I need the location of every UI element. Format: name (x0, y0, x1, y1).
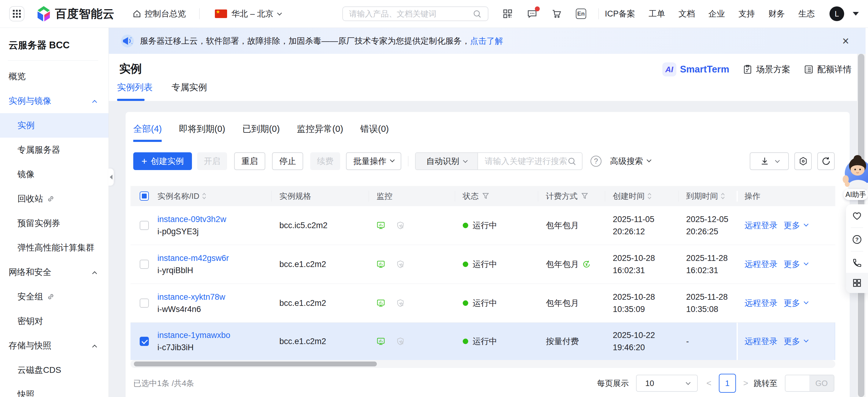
remote-login-link[interactable]: 远程登录 (745, 259, 778, 270)
widgets-button[interactable] (846, 273, 868, 293)
stop-button[interactable]: 停止 (272, 152, 303, 170)
remote-login-link[interactable]: 远程登录 (745, 297, 778, 309)
security-scan-icon[interactable] (396, 299, 405, 307)
security-scan-icon[interactable] (396, 337, 405, 346)
horizontal-scrollbar[interactable] (130, 360, 835, 368)
messages-button[interactable] (527, 8, 537, 19)
tab-instance-list[interactable]: 实例列表 (117, 81, 153, 101)
remote-login-link[interactable]: 远程登录 (745, 336, 778, 347)
security-scan-icon[interactable] (396, 260, 405, 268)
nav-link-ecosystem[interactable]: 生态 (798, 8, 815, 19)
favorites-button[interactable] (846, 204, 868, 228)
row-checkbox-checked[interactable] (140, 337, 149, 346)
restart-button[interactable]: 重启 (234, 152, 265, 170)
contact-button[interactable] (846, 251, 868, 275)
region-selector[interactable]: 华北 – 北京 (215, 8, 281, 19)
start-button[interactable]: 开启 (197, 152, 227, 170)
sidebar-item-images[interactable]: 镜像 (0, 162, 108, 187)
sort-icon[interactable] (202, 192, 207, 200)
more-actions-link[interactable]: 更多 (784, 220, 800, 231)
sidebar-group-storage-snapshot[interactable]: 存储与快照 (0, 333, 108, 358)
jump-go-button[interactable]: GO (809, 375, 834, 391)
export-button[interactable] (750, 152, 789, 170)
nav-link-tickets[interactable]: 工单 (649, 8, 665, 19)
language-button[interactable]: En (576, 8, 586, 19)
batch-actions-button[interactable]: 批量操作 (346, 152, 401, 170)
filter-tab-expiring[interactable]: 即将到期(0) (179, 123, 225, 142)
sidebar-item-key-pairs[interactable]: 密钥对 (0, 309, 108, 333)
next-page-button[interactable]: > (743, 378, 748, 388)
banner-close-icon[interactable]: × (842, 35, 849, 47)
horizontal-scrollbar-thumb[interactable] (134, 362, 377, 366)
sort-icon[interactable] (647, 192, 652, 200)
smartterm-button[interactable]: AI SmartTerm (662, 62, 729, 77)
filter-tab-expired[interactable]: 已到期(0) (242, 123, 280, 142)
more-actions-link[interactable]: 更多 (784, 336, 800, 347)
row-checkbox[interactable] (140, 299, 149, 308)
instance-name-link[interactable]: instance-m42gsw6r (157, 253, 229, 263)
sidebar-item-snapshots[interactable]: 快照 (0, 382, 108, 397)
monitor-chart-icon[interactable] (376, 299, 385, 307)
jump-page-input[interactable] (785, 375, 809, 391)
refresh-button[interactable] (817, 152, 835, 170)
nav-link-docs[interactable]: 文档 (679, 8, 695, 19)
row-checkbox[interactable] (140, 221, 149, 230)
user-avatar[interactable]: L (830, 6, 844, 21)
sidebar-group-network-security[interactable]: 网络和安全 (0, 260, 108, 284)
select-all-checkbox[interactable] (140, 192, 149, 201)
instance-name-link[interactable]: instance-xyktn78w (157, 292, 225, 302)
console-overview-link[interactable]: 控制台总览 (132, 8, 186, 19)
ai-assistant-avatar[interactable] (841, 150, 868, 190)
security-scan-icon[interactable] (396, 221, 405, 230)
remote-login-link[interactable]: 远程登录 (745, 220, 778, 231)
brand-logo[interactable]: 百度智能云 (37, 6, 115, 22)
nav-link-support[interactable]: 支持 (738, 8, 755, 19)
ai-assistant-label[interactable]: AI助手 (843, 189, 868, 200)
account-menu-caret[interactable] (853, 12, 859, 16)
nav-link-enterprise[interactable]: 企业 (709, 8, 725, 19)
table-settings-button[interactable] (794, 152, 812, 170)
sidebar-item-dedicated-servers[interactable]: 专属服务器 (0, 138, 108, 162)
row-checkbox[interactable] (140, 260, 149, 269)
sidebar-item-recycle-bin[interactable]: 回收站 (0, 187, 108, 211)
more-actions-link[interactable]: 更多 (784, 297, 800, 309)
monitor-chart-icon[interactable] (376, 260, 385, 268)
tab-dedicated-instances[interactable]: 专属实例 (172, 81, 207, 101)
sidebar-item-security-groups[interactable]: 安全组 (0, 284, 108, 309)
prev-page-button[interactable]: < (706, 378, 711, 388)
apps-menu-button[interactable] (9, 6, 25, 21)
advanced-search-button[interactable]: 高级搜索 (610, 156, 651, 167)
scenario-solutions-button[interactable]: 场景方案 (743, 64, 790, 75)
create-instance-button[interactable]: +创建实例 (133, 152, 192, 170)
sidebar-item-cds-disks[interactable]: 云磁盘CDS (0, 358, 108, 382)
sidebar-item-instances[interactable]: 实例 (0, 113, 108, 138)
filter-tab-monitor-abnormal[interactable]: 监控异常(0) (297, 123, 343, 142)
sidebar-item-reserved-instances[interactable]: 预留实例券 (0, 211, 108, 235)
monitor-chart-icon[interactable] (376, 221, 385, 230)
current-page[interactable]: 1 (719, 374, 736, 393)
nav-link-icp[interactable]: ICP备案 (605, 8, 635, 19)
sort-icon[interactable] (720, 192, 725, 200)
instance-name-link[interactable]: instance-09tv3h2w (157, 215, 226, 224)
search-mode-select[interactable]: 自动识别 (416, 153, 478, 169)
qr-code-button[interactable] (502, 8, 513, 19)
sidebar-item-overview[interactable]: 概览 (0, 64, 108, 89)
nav-link-finance[interactable]: 财务 (768, 8, 785, 19)
cart-button[interactable] (551, 8, 562, 19)
filter-icon[interactable] (581, 192, 589, 200)
renew-button[interactable]: 续费 (310, 152, 340, 170)
more-actions-link[interactable]: 更多 (784, 259, 800, 270)
promo-banner-link[interactable]: 点击了解 (470, 36, 503, 46)
sidebar-group-instances-images[interactable]: 实例与镜像 (0, 89, 108, 113)
help-button[interactable] (846, 228, 868, 251)
filter-tab-all[interactable]: 全部(4) (133, 123, 162, 142)
keyword-search-input[interactable]: 请输入关键字进行搜索 (478, 153, 582, 169)
quota-details-button[interactable]: 配额详情 (804, 64, 851, 75)
filter-tab-error[interactable]: 错误(0) (360, 123, 389, 142)
sidebar-item-hpc-cluster[interactable]: 弹性高性能计算集群 (0, 235, 108, 260)
sidebar-collapse-handle[interactable] (108, 168, 114, 186)
filter-icon[interactable] (482, 192, 490, 200)
search-help-icon[interactable]: ? (590, 156, 601, 167)
global-search-input[interactable]: 请输入产品、文档关键词 (342, 6, 488, 21)
instance-name-link[interactable]: instance-1ymawxbo (157, 330, 230, 340)
